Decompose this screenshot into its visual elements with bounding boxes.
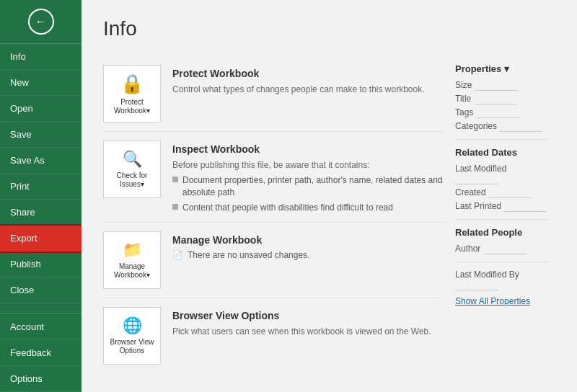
sidebar-item-account[interactable]: Account	[0, 314, 82, 340]
inspect-workbook-card: 🔍 Check forIssues▾ Inspect Workbook Befo…	[103, 132, 444, 223]
bullet-square-2	[172, 204, 178, 210]
browser-content: Browser View Options Pick what users can…	[172, 307, 444, 338]
sidebar: ← Info New Open Save Save As Print Share…	[0, 0, 82, 392]
prop-tags-value	[476, 107, 519, 118]
manage-icon: 📁	[123, 241, 142, 259]
sidebar-item-share[interactable]: Share	[0, 200, 82, 226]
manage-title: Manage Workbook	[172, 234, 444, 246]
manage-content: Manage Workbook 📄 There are no unsaved c…	[172, 231, 444, 260]
protect-workbook-card: 🔒 ProtectWorkbook▾ Protect Workbook Cont…	[103, 56, 444, 132]
inspect-icon-label: Check forIssues▾	[117, 172, 148, 189]
sidebar-item-save[interactable]: Save	[0, 122, 82, 148]
prop-size-label: Size	[455, 80, 472, 90]
back-circle-icon[interactable]: ←	[28, 9, 54, 35]
prop-last-modified-value	[455, 174, 498, 184]
prop-size-row: Size	[455, 80, 548, 91]
prop-created-label: Created	[455, 187, 486, 197]
cards-section: 🔒 ProtectWorkbook▾ Protect Workbook Cont…	[103, 56, 444, 373]
prop-categories-label: Categories	[455, 121, 497, 131]
prop-last-modified-row: Last Modified	[455, 164, 548, 184]
sidebar-bottom: Account Feedback Options	[0, 313, 82, 392]
prop-tags-label: Tags	[455, 107, 473, 117]
manage-sub: 📄 There are no unsaved changes.	[172, 250, 444, 260]
prop-divider-1	[455, 139, 548, 140]
prop-printed-value	[503, 201, 547, 212]
prop-title-label: Title	[455, 94, 471, 104]
protect-content: Protect Workbook Control what types of c…	[172, 65, 444, 96]
main-content: Info 🔒 ProtectWorkbook▾ Protect Workbook…	[82, 0, 577, 392]
prop-title-row: Title	[455, 94, 548, 104]
properties-chevron: ▾	[504, 63, 509, 74]
sidebar-item-new[interactable]: New	[0, 70, 82, 96]
show-all-properties-link[interactable]: Show All Properties	[455, 296, 548, 306]
inspect-bullet-text-2: Content that people with disabilities fi…	[182, 202, 393, 214]
protect-icon-box[interactable]: 🔒 ProtectWorkbook▾	[103, 65, 161, 122]
related-people-title: Related People	[455, 227, 548, 238]
back-button[interactable]: ←	[0, 0, 82, 44]
sidebar-item-publish[interactable]: Publish	[0, 251, 82, 277]
inspect-content: Inspect Workbook Before publishing this …	[172, 141, 444, 213]
browser-desc: Pick what users can see when this workbo…	[172, 325, 444, 338]
browser-icon-label: Browser ViewOptions	[110, 338, 154, 355]
prop-author-row: Author	[455, 244, 548, 254]
sidebar-item-save-as[interactable]: Save As	[0, 148, 82, 174]
browser-icon: 🌐	[123, 316, 142, 335]
protect-desc: Control what types of changes people can…	[172, 83, 444, 96]
properties-panel: Properties ▾ Size Title Tags Categories	[444, 56, 555, 373]
prop-last-modified-by-value	[455, 280, 498, 290]
sidebar-item-export[interactable]: Export	[0, 226, 82, 251]
prop-tags-row: Tags	[455, 107, 548, 118]
browser-title: Browser View Options	[172, 310, 444, 321]
prop-title-value	[474, 94, 517, 104]
sidebar-item-feedback[interactable]: Feedback	[0, 340, 82, 366]
inspect-desc: Before publishing this file, be aware th…	[172, 159, 444, 172]
browser-icon-box[interactable]: 🌐 Browser ViewOptions	[103, 307, 161, 365]
properties-section-title: Properties ▾	[455, 63, 548, 74]
prop-divider-3	[455, 262, 548, 262]
inspect-icon: 🔍	[123, 150, 142, 169]
properties-label: Properties	[455, 63, 501, 74]
prop-categories-row: Categories	[455, 121, 548, 132]
inspect-title: Inspect Workbook	[172, 143, 444, 155]
manage-workbook-card: 📁 ManageWorkbook▾ Manage Workbook 📄 Ther…	[103, 223, 444, 298]
content-area: 🔒 ProtectWorkbook▾ Protect Workbook Cont…	[103, 56, 555, 373]
protect-icon-label: ProtectWorkbook▾	[114, 98, 150, 115]
browser-view-card: 🌐 Browser ViewOptions Browser View Optio…	[103, 298, 444, 373]
related-people-label: Related People	[455, 227, 522, 238]
prop-created-row: Created	[455, 187, 548, 198]
page-title: Info	[103, 17, 555, 40]
prop-created-value	[488, 187, 532, 198]
sidebar-item-options[interactable]: Options	[0, 366, 82, 392]
inspect-icon-box[interactable]: 🔍 Check forIssues▾	[103, 141, 161, 198]
bullet-square-1	[172, 177, 178, 182]
prop-printed-label: Last Printed	[455, 201, 501, 211]
prop-divider-2	[455, 219, 548, 220]
manage-sub-text: There are no unsaved changes.	[188, 250, 309, 260]
inspect-bullet-2: Content that people with disabilities fi…	[172, 202, 444, 214]
inspect-bullet-text-1: Document properties, printer path, autho…	[182, 174, 444, 199]
protect-title: Protect Workbook	[172, 68, 444, 79]
related-dates-title: Related Dates	[455, 147, 548, 158]
lock-icon: 🔒	[120, 73, 144, 95]
sidebar-item-open[interactable]: Open	[0, 96, 82, 122]
manage-sub-icon: 📄	[172, 250, 183, 260]
prop-printed-row: Last Printed	[455, 201, 548, 212]
prop-size-value	[475, 80, 518, 91]
prop-author-value	[483, 244, 527, 254]
prop-author-label: Author	[455, 244, 480, 254]
prop-last-modified-label: Last Modified	[455, 164, 506, 174]
prop-categories-value	[499, 121, 542, 132]
prop-last-modified-by-label: Last Modified By	[455, 270, 519, 280]
sidebar-item-close[interactable]: Close	[0, 277, 82, 303]
prop-last-modified-by-row: Last Modified By	[455, 270, 548, 290]
related-dates-label: Related Dates	[455, 147, 517, 158]
manage-icon-label: ManageWorkbook▾	[114, 262, 150, 280]
manage-icon-box[interactable]: 📁 ManageWorkbook▾	[103, 231, 161, 289]
sidebar-item-info[interactable]: Info	[0, 44, 82, 70]
inspect-bullet-1: Document properties, printer path, autho…	[172, 174, 444, 199]
sidebar-nav: Info New Open Save Save As Print Share E…	[0, 44, 82, 313]
sidebar-item-print[interactable]: Print	[0, 174, 82, 200]
